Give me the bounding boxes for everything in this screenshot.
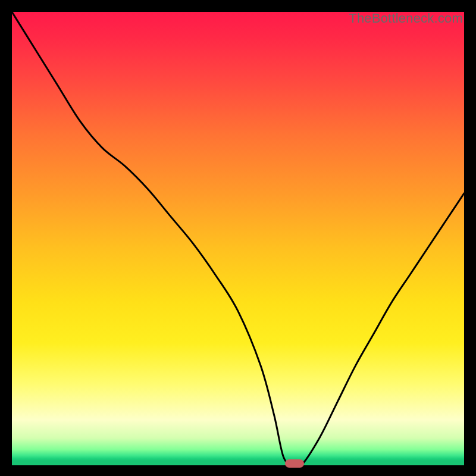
chart-plot-area: TheBottleneck.com bbox=[12, 12, 464, 465]
chart-container: TheBottleneck.com bbox=[0, 0, 476, 476]
optimum-marker bbox=[285, 459, 304, 468]
bottleneck-curve-line bbox=[12, 12, 464, 465]
chart-svg bbox=[12, 12, 464, 465]
